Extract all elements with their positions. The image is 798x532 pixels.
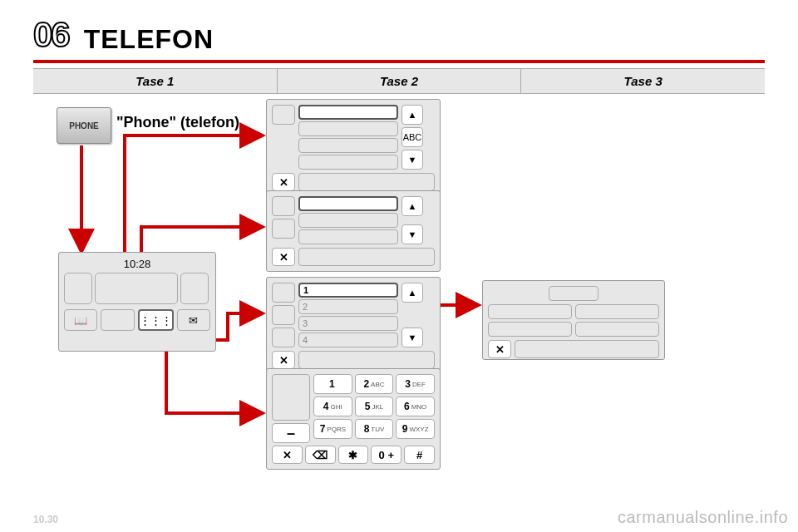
scroll-up-button[interactable]: ▲ <box>401 105 423 125</box>
chevron-up-icon: ▲ <box>408 201 417 211</box>
sort-label: ABC <box>403 132 422 142</box>
list-item[interactable] <box>298 105 398 120</box>
dial-dash-button[interactable]: – <box>272 423 310 443</box>
list-item[interactable] <box>298 138 398 153</box>
close-icon: ✕ <box>495 343 505 356</box>
close-button[interactable]: ✕ <box>272 446 303 464</box>
phone-caption: "Phone" (telefon) <box>116 114 239 131</box>
chevron-down-icon: ▼ <box>408 229 417 239</box>
close-button[interactable]: ✕ <box>272 173 295 191</box>
close-icon: ✕ <box>283 449 292 461</box>
contacts-panel: ▲ ABC ▼ ✕ <box>266 99 441 197</box>
page-header: 06 TELEFON <box>33 15 765 63</box>
close-button[interactable]: ✕ <box>272 248 295 266</box>
close-icon: ✕ <box>279 251 288 264</box>
list-item[interactable] <box>298 213 398 228</box>
chevron-up-icon: ▲ <box>408 288 417 298</box>
list-item[interactable] <box>298 196 398 211</box>
dial-keypad-panel: – 1 2ABC 3DEF 4GHI 5JKL 6MNO 7PQRS 8TUV … <box>266 368 441 470</box>
list-panel: ▲ ▼ ✕ <box>266 190 441 272</box>
home-slot-center[interactable] <box>95 273 178 304</box>
backspace-icon: ⌫ <box>313 449 328 461</box>
section-number: 06 <box>33 15 69 55</box>
key-9[interactable]: 9WXYZ <box>396 419 435 439</box>
close-button[interactable]: ✕ <box>488 340 511 358</box>
grid-icon: ⋮⋮⋮ <box>140 314 172 327</box>
numbered-list-panel: 1 2 3 4 ▲ ▼ ✕ <box>266 277 441 375</box>
phone-hardware-button[interactable]: PHONE <box>57 107 111 144</box>
page-number: 10.30 <box>33 514 58 525</box>
tab-a[interactable] <box>272 283 295 303</box>
tab-c[interactable] <box>272 328 295 347</box>
scroll-down-button[interactable]: ▼ <box>401 150 423 170</box>
list-item[interactable] <box>298 155 398 170</box>
key-4[interactable]: 4GHI <box>313 397 352 416</box>
key-star[interactable]: ✱ <box>338 446 369 464</box>
messages-icon[interactable]: ✉ <box>177 309 210 331</box>
book-icon: 📖 <box>74 314 87 327</box>
close-button[interactable]: ✕ <box>272 351 295 369</box>
key-8[interactable]: 8TUV <box>355 419 394 439</box>
keypad-grid: 1 2ABC 3DEF 4GHI 5JKL 6MNO 7PQRS 8TUV 9W… <box>313 374 435 439</box>
detail-title-slot <box>549 286 598 301</box>
detail-field[interactable] <box>575 304 659 319</box>
scroll-up-button[interactable]: ▲ <box>401 283 423 303</box>
footer-slot <box>298 351 435 369</box>
home-slot-right[interactable] <box>180 273 209 304</box>
level-header-row: Tase 1 Tase 2 Tase 3 <box>33 68 765 94</box>
footer-slot <box>298 173 435 191</box>
key-3[interactable]: 3DEF <box>396 374 435 394</box>
list-item[interactable] <box>298 229 398 244</box>
clock: 10:28 <box>64 258 210 270</box>
chevron-down-icon: ▼ <box>408 155 417 165</box>
key-7[interactable]: 7PQRS <box>313 419 352 439</box>
list-item[interactable]: 1 <box>298 283 398 298</box>
contacts-icon[interactable]: 📖 <box>64 309 97 331</box>
key-hash[interactable]: # <box>404 446 435 464</box>
contact-detail-panel: ✕ <box>482 280 665 360</box>
dial-display <box>272 374 310 421</box>
footer-slot <box>298 248 435 266</box>
scroll-up-button[interactable]: ▲ <box>401 196 423 216</box>
chevron-down-icon: ▼ <box>408 332 417 342</box>
home-slot-left[interactable] <box>64 273 92 304</box>
key-6[interactable]: 6MNO <box>396 397 435 416</box>
list-item[interactable]: 3 <box>298 316 398 331</box>
detail-field[interactable] <box>488 322 572 337</box>
mail-icon: ✉ <box>189 314 198 327</box>
scroll-down-button[interactable]: ▼ <box>401 224 423 244</box>
tab-b[interactable] <box>272 219 295 239</box>
spacer-icon[interactable] <box>101 309 134 331</box>
sort-abc-button[interactable]: ABC <box>401 127 423 147</box>
level-1-label: Tase 1 <box>33 69 278 93</box>
list-item[interactable] <box>298 121 398 136</box>
detail-field[interactable] <box>575 322 659 337</box>
page-title: TELEFON <box>84 24 214 55</box>
close-icon: ✕ <box>279 176 288 189</box>
level-2-label: Tase 2 <box>278 69 522 93</box>
phone-home-screen: 10:28 📖 ⋮⋮⋮ ✉ <box>58 252 216 352</box>
phone-button-label: PHONE <box>69 121 99 131</box>
list-item[interactable]: 2 <box>298 299 398 314</box>
contacts-tab[interactable] <box>272 105 295 125</box>
tab-a[interactable] <box>272 196 295 216</box>
watermark: carmanualsonline.info <box>618 508 788 527</box>
keypad-icon[interactable]: ⋮⋮⋮ <box>138 309 174 331</box>
key-1[interactable]: 1 <box>313 374 352 394</box>
close-icon: ✕ <box>279 354 288 367</box>
footer-slot <box>515 340 659 358</box>
key-0[interactable]: 0 + <box>371 446 401 464</box>
backspace-button[interactable]: ⌫ <box>305 446 336 464</box>
list-item[interactable]: 4 <box>298 332 398 347</box>
detail-field[interactable] <box>488 304 572 319</box>
key-5[interactable]: 5JKL <box>355 397 394 416</box>
scroll-down-button[interactable]: ▼ <box>401 328 423 347</box>
chevron-up-icon: ▲ <box>408 110 417 120</box>
level-3-label: Tase 3 <box>521 69 765 93</box>
tab-b[interactable] <box>272 305 295 325</box>
key-2[interactable]: 2ABC <box>355 374 394 394</box>
